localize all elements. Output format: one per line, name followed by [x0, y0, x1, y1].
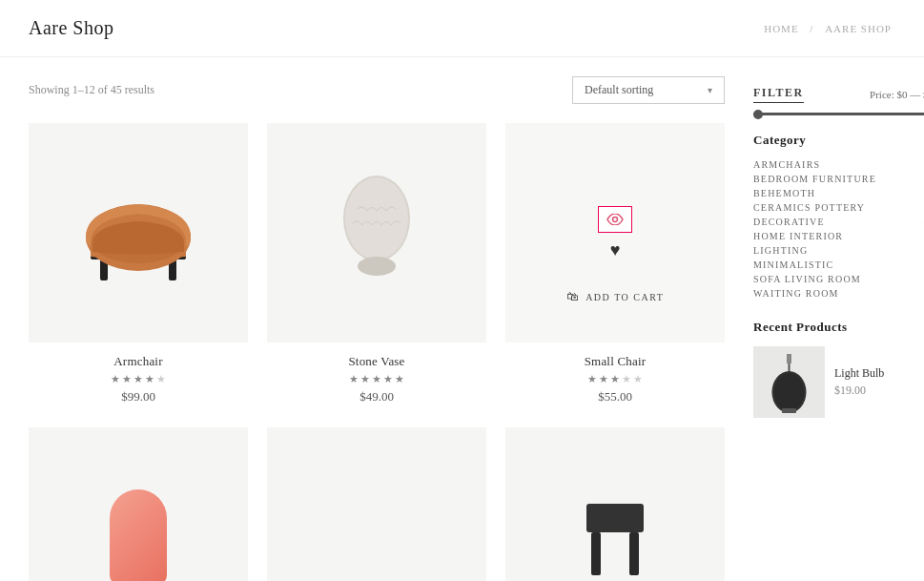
product-image-small-chair: ♥ 🛍 ADD TO CART	[505, 123, 725, 342]
breadcrumb-home[interactable]: HOME	[764, 23, 798, 34]
product-price-small-chair: $55.00	[505, 389, 725, 405]
star-5: ★	[633, 373, 643, 385]
category-item-waiting-room[interactable]: WAITING ROOM(6)	[753, 286, 924, 301]
svg-point-7	[358, 257, 396, 276]
sidebar: FILTER Price: $0 — $490 Category ARMCHAI…	[753, 76, 924, 581]
product-name-armchair: Armchair	[29, 354, 248, 369]
product-name-small-chair: Small Chair	[505, 354, 725, 369]
product-info-small-chair: Small Chair ★ ★ ★ ★ ★ $55.00	[505, 342, 725, 408]
recent-product-image	[753, 346, 825, 418]
star-3: ★	[133, 373, 143, 385]
recent-product-name: Light Bulb	[834, 366, 884, 381]
category-item-bedroom-furniture[interactable]: BEDROOM FURNITURE(9)	[753, 172, 924, 186]
category-item-sofa-living-room[interactable]: SOFA LIVING ROOM(6)	[753, 272, 924, 286]
product-stars-stone-vase: ★ ★ ★ ★ ★	[267, 373, 486, 385]
categories-list: ARMCHAIRS(6)BEDROOM FURNITURE(9)BEHEMOTH…	[753, 157, 924, 301]
product-stars-armchair: ★ ★ ★ ★ ★	[29, 373, 248, 385]
product-image-armchair	[29, 123, 248, 342]
site-title: Aare Shop	[29, 17, 113, 39]
eye-icon	[606, 214, 624, 225]
svg-rect-16	[782, 408, 796, 413]
breadcrumb-separator: /	[810, 23, 813, 34]
filter-label: FILTER	[753, 86, 804, 103]
quick-view-button[interactable]	[598, 206, 632, 233]
star-5: ★	[395, 373, 404, 385]
product-info-stone-vase: Stone Vase ★ ★ ★ ★ ★ $49.00	[267, 342, 486, 408]
product-card-6[interactable]	[505, 427, 725, 581]
recent-products-title: Recent Products	[753, 320, 924, 335]
svg-point-15	[774, 373, 805, 411]
product-image-6	[505, 427, 725, 581]
product-quick-overlay: ♥	[505, 123, 725, 342]
category-item-home-interior[interactable]: HOME INTERIOR(13)	[753, 229, 924, 243]
stone-vase-illustration	[334, 171, 420, 295]
svg-point-6	[345, 177, 408, 259]
product-info-armchair: Armchair ★ ★ ★ ★ ★ $99.00	[29, 342, 248, 408]
sort-label: Default sorting	[585, 83, 653, 97]
product-card-small-chair[interactable]: ♥ 🛍 ADD TO CART Small Chair ★ ★ ★ ★ ★	[505, 123, 725, 408]
breadcrumb: HOME / AARE SHOP	[760, 23, 895, 34]
product-name-stone-vase: Stone Vase	[267, 354, 486, 369]
star-4: ★	[383, 373, 393, 385]
price-range-text: Price: $0 — $490	[870, 89, 924, 100]
cart-icon: 🛍	[566, 289, 581, 304]
svg-point-8	[613, 217, 618, 221]
category-item-behemoth[interactable]: BEHEMOTH(3)	[753, 186, 924, 200]
add-to-cart-label: ADD TO CART	[585, 292, 664, 302]
recent-product-price: $19.00	[834, 384, 884, 398]
product-image-5	[267, 427, 486, 581]
category-item-minimalistic[interactable]: MINIMALISTIC(3)	[753, 258, 924, 272]
light-bulb-illustration	[763, 349, 815, 416]
wishlist-button[interactable]: ♥	[610, 240, 621, 260]
filter-header-row: FILTER Price: $0 — $490	[753, 86, 924, 103]
content-area: Showing 1–12 of 45 results Default sorti…	[29, 76, 725, 581]
sort-dropdown[interactable]: Default sorting ▾	[572, 76, 725, 104]
product-card-4[interactable]	[29, 427, 248, 581]
category-item-armchairs[interactable]: ARMCHAIRS(6)	[753, 157, 924, 172]
add-to-cart-button[interactable]: 🛍 ADD TO CART	[566, 289, 665, 304]
star-5: ★	[156, 373, 166, 385]
results-count: Showing 1–12 of 45 results	[29, 83, 154, 97]
armchair-illustration	[72, 176, 205, 290]
product-card-stone-vase[interactable]: Stone Vase ★ ★ ★ ★ ★ $49.00	[267, 123, 486, 408]
product-card-5[interactable]	[267, 427, 486, 581]
category-title: Category	[753, 133, 924, 148]
sort-arrow-icon: ▾	[708, 85, 712, 95]
star-4: ★	[622, 373, 631, 385]
stool-illustration	[572, 489, 658, 581]
recent-product-info: Light Bulb $19.00	[834, 366, 884, 398]
toolbar: Showing 1–12 of 45 results Default sorti…	[29, 76, 725, 104]
category-item-decorative[interactable]: DECORATIVE(15)	[753, 215, 924, 229]
star-2: ★	[360, 373, 370, 385]
product-card-armchair[interactable]: Armchair ★ ★ ★ ★ ★ $99.00	[29, 123, 248, 408]
price-slider-track[interactable]	[753, 113, 924, 115]
price-filter: FILTER Price: $0 — $490	[753, 86, 924, 115]
star-4: ★	[145, 373, 154, 385]
star-2: ★	[122, 373, 132, 385]
pink-cylinder-illustration	[110, 489, 167, 581]
svg-rect-12	[787, 354, 791, 363]
slider-fill	[753, 113, 924, 115]
category-item-lighting[interactable]: LIGHTING(8)	[753, 243, 924, 258]
product-price-armchair: $99.00	[29, 389, 248, 405]
product-stars-small-chair: ★ ★ ★ ★ ★	[505, 373, 725, 385]
star-3: ★	[610, 373, 620, 385]
recent-product-item[interactable]: Light Bulb $19.00	[753, 346, 924, 418]
star-1: ★	[349, 373, 359, 385]
svg-rect-9	[586, 504, 644, 532]
svg-rect-10	[591, 532, 601, 575]
product-image-stone-vase	[267, 123, 486, 342]
breadcrumb-current: AARE SHOP	[825, 23, 892, 34]
slider-thumb-min[interactable]	[753, 110, 763, 119]
svg-rect-11	[629, 532, 639, 575]
products-grid: Armchair ★ ★ ★ ★ ★ $99.00	[29, 123, 725, 581]
category-section: Category ARMCHAIRS(6)BEDROOM FURNITURE(9…	[753, 133, 924, 301]
star-3: ★	[372, 373, 381, 385]
category-item-ceramics-pottery[interactable]: CERAMICS POTTERY(6)	[753, 200, 924, 215]
star-1: ★	[111, 373, 120, 385]
product-image-4	[29, 427, 248, 581]
recent-products-section: Recent Products Light Bulb $19.00	[753, 320, 924, 418]
star-1: ★	[587, 373, 597, 385]
product-price-stone-vase: $49.00	[267, 389, 486, 405]
star-2: ★	[599, 373, 608, 385]
